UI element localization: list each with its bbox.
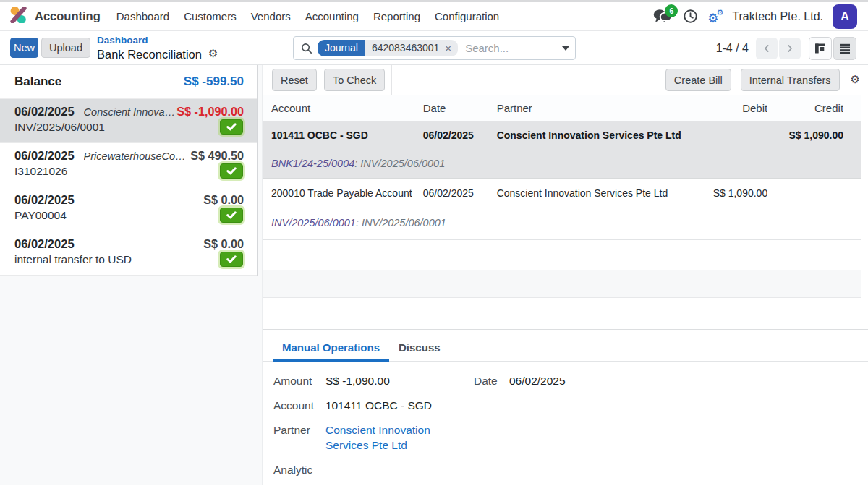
upload-button[interactable]: Upload	[41, 38, 90, 58]
validate-button[interactable]	[220, 119, 243, 135]
statement-lines-card: Balance S$ -599.50 06/02/2025 Conscient …	[0, 65, 258, 276]
tab-discuss[interactable]: Discuss	[389, 330, 450, 362]
statement-line-item[interactable]: 06/02/2025 S$ 0.00 PAY00004	[0, 187, 257, 231]
activities-button[interactable]	[684, 9, 697, 23]
line-partner: PricewaterhouseCo…	[84, 150, 190, 162]
column-header-credit[interactable]: Credit	[767, 102, 843, 114]
account-label: Account	[273, 398, 326, 413]
account-value[interactable]: 101411 OCBC - SGD	[326, 398, 474, 413]
pager-counter: 1-4 / 4	[716, 42, 749, 55]
search-input[interactable]	[464, 42, 556, 54]
line-date: 06/02/2025	[14, 193, 75, 207]
search-bar[interactable]: Journal 642083463001 ×	[293, 36, 576, 60]
move-name[interactable]: BNK1/24-25/0004	[271, 158, 354, 169]
amount-value[interactable]: S$ -1,090.00	[326, 373, 474, 388]
balance-label: Balance	[14, 74, 61, 89]
user-avatar[interactable]: A	[833, 4, 857, 29]
menu-dashboard[interactable]: Dashboard	[109, 10, 176, 22]
cell-partner: Conscient Innovation Services Pte Ltd	[490, 129, 694, 141]
validate-button[interactable]	[220, 163, 243, 179]
column-header-account[interactable]: Account	[263, 102, 417, 114]
validate-button[interactable]	[220, 252, 243, 267]
to-check-button[interactable]: To Check	[324, 69, 385, 91]
statement-line-item[interactable]: 06/02/2025 PricewaterhouseCo… S$ 490.50 …	[0, 143, 257, 187]
balance-row: Balance S$ -599.50	[0, 65, 257, 99]
check-icon	[226, 211, 237, 219]
reconciliation-toolbar: Reset To Check Create Bill Internal Tran…	[263, 65, 868, 95]
move-label: : INV/2025/06/0001	[354, 158, 445, 169]
line-date: 06/02/2025	[14, 105, 75, 119]
menu-customers[interactable]: Customers	[176, 10, 244, 22]
facet-remove-icon[interactable]: ×	[445, 43, 451, 54]
column-header-debit[interactable]: Debit	[693, 102, 767, 114]
action-menu-gear-icon[interactable]: ⚙	[208, 48, 218, 59]
check-icon	[226, 167, 237, 175]
chevron-right-icon	[785, 43, 795, 54]
new-button[interactable]: New	[10, 38, 38, 58]
view-switcher	[809, 37, 856, 60]
search-dropdown-toggle[interactable]	[556, 37, 575, 59]
notebook-tabs: Manual Operations Discuss	[263, 330, 868, 362]
screen: Accounting Dashboard Customers Vendors A…	[0, 0, 868, 486]
empty-table-row	[263, 298, 861, 329]
caret-down-icon	[562, 46, 569, 51]
table-settings-gear-icon[interactable]: ⚙	[851, 74, 860, 85]
move-label: : INV/2025/06/0001	[356, 217, 446, 229]
table-row[interactable]: 200010 Trade Payable Account 06/02/2025 …	[263, 179, 861, 240]
company-name[interactable]: Traktech Pte. Ltd.	[732, 10, 823, 23]
statement-lines-panel: Balance S$ -599.50 06/02/2025 Conscient …	[0, 65, 262, 485]
line-label: I31021026	[14, 165, 67, 178]
menu-configuration[interactable]: Configuration	[427, 10, 506, 22]
messages-button[interactable]: 6	[653, 9, 672, 24]
empty-table-row	[263, 270, 861, 298]
line-amount: S$ 0.00	[202, 193, 244, 207]
manual-operations-form: Amount S$ -1,090.00 Date 06/02/2025 Acco…	[263, 362, 868, 486]
statement-line-item[interactable]: 06/02/2025 Conscient Innova… S$ -1,090.0…	[0, 99, 257, 143]
systray: 6 ⚙⚙ Traktech Pte. Ltd. A	[653, 4, 857, 29]
column-header-date[interactable]: Date	[417, 102, 490, 114]
line-partner: Conscient Innova…	[84, 106, 176, 118]
table-header-row: Account Date Partner Debit Credit	[263, 95, 861, 122]
list-view-button[interactable]	[833, 37, 856, 60]
pager-previous-button[interactable]	[756, 38, 778, 59]
menu-vendors[interactable]: Vendors	[244, 10, 298, 22]
check-icon	[226, 255, 237, 263]
facet-value: 642083463001 ×	[365, 40, 458, 56]
create-bill-button[interactable]: Create Bill	[665, 69, 731, 91]
line-amount: S$ 0.00	[202, 237, 244, 251]
breadcrumb-dashboard-link[interactable]: Dashboard	[97, 35, 218, 46]
validate-button[interactable]	[220, 208, 243, 223]
statement-line-item[interactable]: 06/02/2025 S$ 0.00 internal transfer to …	[0, 231, 257, 276]
clock-icon	[684, 9, 697, 23]
line-date: 06/02/2025	[14, 237, 75, 251]
partner-label: Partner	[273, 422, 326, 453]
line-date: 06/02/2025	[14, 149, 75, 163]
pager-next-button[interactable]	[779, 38, 801, 59]
kanban-icon	[814, 43, 826, 54]
cell-move-label: INV/2025/06/0001: INV/2025/06/0001	[263, 208, 861, 239]
menu-reporting[interactable]: Reporting	[366, 10, 427, 22]
journal-items-table: Account Date Partner Debit Credit 101411…	[263, 95, 861, 329]
app-switcher[interactable]: Accounting	[10, 7, 101, 26]
reconciliation-pane: Reset To Check Create Bill Internal Tran…	[262, 65, 868, 485]
partner-value-link[interactable]: Conscient Innovation Services Pte Ltd	[326, 422, 438, 453]
technical-menu-button[interactable]: ⚙⚙	[707, 9, 723, 25]
line-amount: S$ 490.50	[189, 149, 244, 163]
kanban-view-button[interactable]	[809, 37, 832, 60]
table-row[interactable]: 101411 OCBC - SGD 06/02/2025 Conscient I…	[263, 122, 861, 179]
tab-manual-operations[interactable]: Manual Operations	[273, 330, 389, 362]
move-name[interactable]: INV/2025/06/0001	[271, 217, 356, 229]
cell-move-label: BNK1/24-25/0004: INV/2025/06/0001	[263, 148, 861, 178]
internal-transfers-button[interactable]: Internal Transfers	[741, 69, 840, 91]
line-label: INV/2025/06/0001	[14, 121, 105, 134]
line-label: PAY00004	[14, 209, 67, 222]
menu-accounting[interactable]: Accounting	[298, 10, 366, 22]
reset-button[interactable]: Reset	[272, 69, 317, 91]
top-navbar: Accounting Dashboard Customers Vendors A…	[0, 2, 868, 31]
cell-account: 101411 OCBC - SGD	[263, 129, 417, 141]
line-amount: S$ -1,090.00	[175, 105, 244, 119]
column-header-partner[interactable]: Partner	[490, 102, 694, 114]
toolbar-divider	[391, 65, 392, 95]
search-facet: Journal 642083463001 ×	[318, 40, 458, 56]
date-value[interactable]: 06/02/2025	[509, 373, 566, 388]
